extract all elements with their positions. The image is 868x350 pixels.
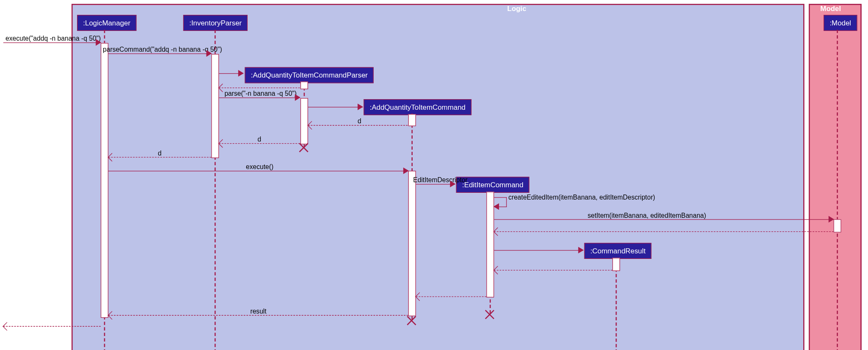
activation-edit: [486, 192, 494, 297]
participant-inventory-parser: :InventoryParser: [183, 15, 248, 31]
frame-label-logic: Logic: [507, 4, 526, 13]
msg-execute-in: execute("addq -n banana -q 50"): [3, 36, 101, 44]
activation-cmd-2: [408, 171, 416, 316]
msg-execute: execute(): [108, 164, 408, 172]
destroy-cmd-icon: [407, 316, 416, 325]
destroy-parser-icon: [299, 143, 309, 153]
activation-model: [833, 219, 841, 232]
activation-inventory-parser: [211, 54, 219, 158]
lbl-createediteditem: createEditedItem(itemBanana, editItemDes…: [508, 193, 655, 201]
participant-logic-manager: :LogicManager: [77, 15, 136, 31]
activation-result: [612, 258, 620, 271]
msg-d-3: d: [108, 150, 211, 158]
activation-parser-2: [300, 98, 308, 144]
msg-parser-return-1: [219, 81, 300, 89]
activation-cmd-1: [408, 114, 416, 126]
activation-logic-manager: [101, 43, 108, 318]
participant-model: :Model: [824, 15, 857, 31]
msg-model-return: [494, 225, 833, 232]
msg-result: result: [108, 308, 408, 316]
msg-parse: parse("-n banana -q 50"): [219, 91, 300, 98]
msg-setitem: setItem(itemBanana, editedItemBanana): [494, 213, 833, 220]
msg-d-2: d: [219, 136, 300, 144]
sequence-diagram: Logic Model :LogicManager :InventoryPars…: [0, 0, 868, 350]
msg-editdescriptor: EditItemDescriptor: [416, 178, 455, 185]
msg-edit-return: [416, 290, 486, 297]
msg-create-parser: [219, 67, 243, 74]
participant-cmd: :AddQuantityToItemCommand: [364, 99, 471, 115]
frame-model: Model: [809, 4, 862, 350]
destroy-edit-icon: [485, 310, 494, 319]
participant-result: :CommandResult: [584, 243, 652, 259]
msg-external-return: [3, 319, 101, 327]
msg-create-result: [494, 244, 583, 251]
msg-create-cmd: [308, 100, 363, 108]
activation-parser-1: [300, 81, 308, 89]
lifeline-result: [616, 258, 617, 350]
msg-result-return: [494, 263, 612, 271]
msg-d-1: d: [308, 119, 408, 126]
msg-createediteditem: [494, 197, 507, 207]
frame-label-model: Model: [820, 4, 841, 13]
msg-parsecommand: parseCommand("addq -n banana -q 50"): [108, 47, 211, 54]
lifeline-model: [837, 30, 838, 350]
